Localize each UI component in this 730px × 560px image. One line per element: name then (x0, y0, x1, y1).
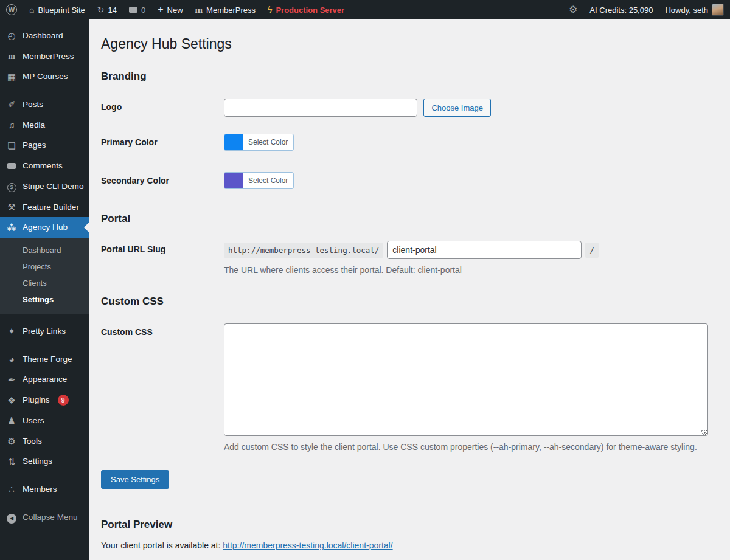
members-group-icon: ∴ (6, 485, 17, 494)
courses-icon: ▦ (6, 72, 17, 81)
custom-css-row: Custom CSS Add custom CSS to style the c… (101, 323, 718, 452)
slug-url-prefix: http://memberpress-testing.local/ (224, 243, 383, 258)
portal-slug-input[interactable] (387, 241, 582, 259)
palette-icon: ◕ (6, 354, 17, 364)
memberpress-menu[interactable]: m MemberPress (189, 0, 262, 19)
pages-icon: ❏ (6, 141, 17, 150)
memberpress-icon: m (195, 5, 203, 15)
choose-image-button[interactable]: Choose Image (423, 99, 491, 117)
sliders-icon: ⇅ (6, 457, 17, 466)
page-title: Agency Hub Settings (101, 19, 718, 54)
wordpress-logo-icon: W (6, 4, 17, 15)
sidebar-item-posts[interactable]: ✐ Posts (0, 94, 89, 115)
sidebar-item-label: Tools (23, 436, 42, 447)
preview-text-prefix: Your client portal is available at: (101, 541, 223, 550)
sidebar-item-label: Agency Hub (23, 222, 68, 233)
logo-row: Logo Choose Image (101, 99, 718, 117)
sidebar-item-label: MemberPress (23, 51, 74, 62)
custom-css-textarea[interactable] (224, 323, 708, 436)
logo-input[interactable] (224, 99, 417, 117)
collapse-arrow-icon: ◀ (6, 512, 17, 524)
submenu-item-clients[interactable]: Clients (0, 275, 89, 291)
portal-slug-label: Portal URL Slug (101, 241, 224, 275)
pushpin-icon: ✐ (6, 100, 17, 109)
submenu-item-dashboard[interactable]: Dashboard (0, 242, 89, 258)
paintbrush-icon: ✒ (6, 375, 17, 384)
primary-color-swatch (224, 134, 243, 150)
my-account-menu[interactable]: Howdy, seth (659, 0, 730, 19)
sidebar-item-theme-forge[interactable]: ◕ Theme Forge (0, 349, 89, 370)
ai-settings-menu[interactable]: ⚙ (563, 0, 583, 19)
submenu-item-settings[interactable]: Settings (0, 291, 89, 308)
secondary-color-picker-button[interactable]: Select Color (224, 172, 294, 189)
sidebar-item-pretty-links[interactable]: ✦ Pretty Links (0, 321, 89, 342)
sidebar-item-feature-builder[interactable]: ⚒ Feature Builder (0, 197, 89, 218)
sidebar-item-tools[interactable]: ⚙ Tools (0, 431, 89, 452)
plus-icon: + (158, 5, 163, 15)
primary-color-picker-button[interactable]: Select Color (224, 134, 294, 151)
sidebar-item-dashboard[interactable]: ◴ Dashboard (0, 26, 89, 46)
branding-heading: Branding (101, 71, 718, 83)
sidebar-item-label: Appearance (23, 374, 67, 385)
agency-hub-submenu: Dashboard Projects Clients Settings (0, 238, 89, 314)
ai-credits-indicator[interactable]: AI Credits: 25,090 (583, 0, 659, 19)
logo-label: Logo (101, 99, 224, 117)
portal-slug-row: Portal URL Slug http://memberpress-testi… (101, 241, 718, 275)
site-name-label: Blueprint Site (38, 5, 85, 15)
save-settings-button[interactable]: Save Settings (101, 470, 169, 489)
custom-css-description: Add custom CSS to style the client porta… (224, 442, 718, 452)
comments-icon (6, 161, 17, 170)
gear-icon: ⚙ (569, 5, 577, 15)
star-link-icon: ✦ (6, 327, 17, 336)
sidebar-item-label: Comments (23, 161, 63, 171)
sidebar-item-stripe-cli-demo[interactable]: $ Stripe CLI Demo (0, 176, 89, 197)
primary-color-label: Primary Color (101, 134, 224, 153)
sidebar-item-label: Posts (23, 99, 43, 110)
sidebar-item-plugins[interactable]: ❖ Plugins 9 (0, 390, 89, 410)
new-content-menu[interactable]: + New (151, 0, 189, 19)
production-server-label: Production Server (276, 5, 344, 15)
custom-css-heading: Custom CSS (101, 296, 718, 308)
portal-preview-link[interactable]: http://memberpress-testing.local/client-… (223, 541, 392, 550)
secondary-color-label: Secondary Color (101, 172, 224, 191)
sidebar-item-comments[interactable]: Comments (0, 156, 89, 176)
sidebar-item-agency-hub[interactable]: ⁂ Agency Hub (0, 217, 89, 238)
updates-count: 14 (108, 5, 117, 15)
main-content: Agency Hub Settings Branding Logo Choose… (89, 19, 730, 560)
sidebar-item-label: Collapse Menu (23, 512, 78, 523)
lightning-bolt-icon: ϟ (268, 5, 272, 15)
admin-bar: W ⌂ Blueprint Site ↻ 14 0 + New m Member… (0, 0, 730, 19)
sidebar-item-settings[interactable]: ⇅ Settings (0, 451, 89, 472)
wp-logo-menu[interactable]: W (0, 0, 23, 19)
sidebar-item-media[interactable]: ♫ Media (0, 115, 89, 136)
comments-count: 0 (141, 5, 145, 15)
admin-bar-left: W ⌂ Blueprint Site ↻ 14 0 + New m Member… (0, 0, 350, 19)
home-icon: ⌂ (29, 5, 34, 14)
admin-layout: ◴ Dashboard m MemberPress ▦ MP Courses ✐… (0, 19, 730, 560)
sidebar-item-label: Stripe CLI Demo (23, 181, 83, 192)
updates-icon: ↻ (97, 5, 105, 14)
comments-menu[interactable]: 0 (123, 0, 151, 19)
sidebar-item-label: Pages (23, 140, 46, 151)
updates-menu[interactable]: ↻ 14 (91, 0, 123, 19)
user-icon: ♟ (6, 416, 17, 425)
select-color-label: Select Color (243, 134, 293, 150)
sidebar-item-label: Settings (23, 456, 52, 467)
site-name-menu[interactable]: ⌂ Blueprint Site (23, 0, 91, 19)
portal-preview-heading: Portal Preview (101, 519, 718, 531)
sidebar-item-members[interactable]: ∴ Members (0, 479, 89, 500)
production-server-indicator[interactable]: ϟ Production Server (262, 0, 350, 19)
sidebar-item-label: Dashboard (23, 30, 63, 41)
submenu-item-projects[interactable]: Projects (0, 258, 89, 275)
comments-icon (129, 7, 137, 13)
sidebar-item-memberpress[interactable]: m MemberPress (0, 46, 89, 67)
section-divider (101, 505, 718, 505)
sidebar-item-label: Plugins (23, 395, 50, 406)
people-group-icon: ⁂ (6, 223, 17, 232)
sidebar-item-pages[interactable]: ❏ Pages (0, 135, 89, 156)
memberpress-icon: m (6, 52, 17, 61)
collapse-menu-button[interactable]: ◀ Collapse Menu (0, 507, 89, 528)
sidebar-item-appearance[interactable]: ✒ Appearance (0, 369, 89, 390)
sidebar-item-users[interactable]: ♟ Users (0, 410, 89, 431)
sidebar-item-mp-courses[interactable]: ▦ MP Courses (0, 66, 89, 87)
